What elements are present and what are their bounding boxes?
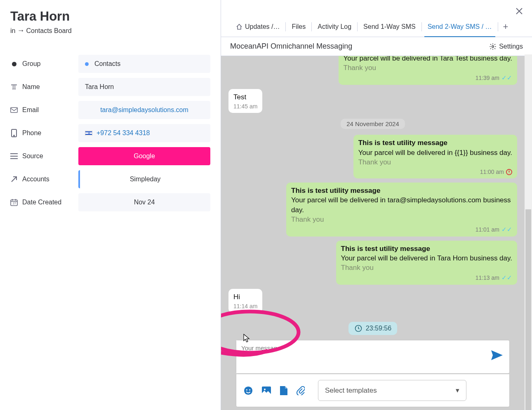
email-value[interactable]: tara@simpledaysolutions.com — [78, 101, 210, 119]
close-button[interactable] — [513, 5, 525, 17]
flag-israel-icon: ✡ — [85, 131, 92, 136]
message-outgoing: This is test utility message Your parcel… — [286, 183, 517, 237]
message-composer — [236, 340, 510, 374]
source-label: Source — [22, 152, 43, 160]
svg-point-9 — [244, 387, 252, 395]
email-label: Email — [22, 106, 39, 114]
attachment-icon[interactable] — [297, 386, 305, 395]
svg-point-10 — [246, 389, 247, 391]
outer-scrollbar[interactable] — [525, 54, 532, 410]
field-group: Group Contacts — [10, 55, 210, 73]
emoji-icon[interactable] — [244, 386, 253, 395]
double-check-icon: ✓✓ — [501, 225, 512, 234]
field-date-created: 27 Date Created Nov 24 — [10, 193, 210, 211]
file-icon[interactable] — [280, 386, 287, 395]
group-label: Group — [22, 60, 40, 68]
arrow-right-icon: → — [17, 26, 24, 35]
svg-point-11 — [249, 389, 250, 391]
svg-text:27: 27 — [13, 202, 16, 205]
page-title: Tara Horn — [10, 9, 210, 24]
phone-value[interactable]: ✡ +972 54 334 4318 — [78, 124, 210, 142]
field-source: Source Google — [10, 147, 210, 165]
message-time: 11:45 am — [233, 103, 257, 110]
svg-point-13 — [264, 389, 266, 390]
message-input[interactable] — [236, 340, 491, 373]
message-time: 11:14 am — [233, 302, 257, 310]
name-value[interactable]: Tara Horn — [78, 78, 210, 96]
menu-icon — [10, 152, 18, 160]
image-icon[interactable] — [262, 387, 271, 395]
date-created-value[interactable]: Nov 24 — [78, 193, 210, 211]
tab-send-2way-sms[interactable]: Send 2-Way SMS / … — [422, 16, 498, 37]
message-outgoing: This is test utility message Your parcel… — [336, 241, 517, 285]
clock-icon — [354, 324, 363, 333]
add-tab-button[interactable]: + — [498, 21, 513, 32]
group-dot-icon — [10, 60, 18, 68]
conversation-panel: Updates /… Files Activity Log Send 1-Way… — [221, 0, 532, 410]
breadcrumb[interactable]: in → Contacts Board — [10, 26, 210, 35]
name-label: Name — [22, 83, 40, 91]
date-created-label: Date Created — [22, 199, 61, 206]
tab-send-1way-sms[interactable]: Send 1-Way SMS — [358, 16, 421, 37]
composer-toolbar: Select templates ▾ — [236, 374, 510, 407]
date-separator: 24 November 2024 — [228, 119, 517, 129]
message-incoming: Hi 11:14 am — [228, 289, 262, 313]
field-accounts: Accounts Simpleday — [10, 170, 210, 188]
message-time: 11:13 am — [476, 274, 499, 282]
arrow-up-right-icon — [10, 176, 18, 183]
svg-rect-0 — [11, 108, 18, 112]
message-time: 11:39 am — [476, 74, 499, 82]
tab-updates[interactable]: Updates /… — [230, 16, 285, 37]
accounts-value[interactable]: Simpleday — [78, 170, 210, 188]
status-dot-icon — [85, 62, 89, 66]
gear-icon — [489, 43, 497, 50]
send-button[interactable] — [491, 340, 509, 360]
text-icon — [10, 83, 18, 91]
message-outgoing: This is test utility message Your parcel… — [353, 135, 517, 178]
contact-details-panel: Tara Horn in → Contacts Board Group Cont… — [0, 0, 221, 410]
double-check-icon: ✓✓ — [501, 74, 512, 82]
field-name: Name Tara Horn — [10, 78, 210, 96]
home-icon — [236, 23, 242, 30]
double-check-icon: ✓✓ — [501, 274, 512, 282]
settings-button[interactable]: Settings — [489, 43, 523, 50]
template-select[interactable]: Select templates ▾ — [318, 380, 466, 401]
phone-label: Phone — [22, 129, 41, 137]
group-value[interactable]: Contacts — [78, 55, 210, 73]
breadcrumb-prefix: in — [10, 27, 15, 35]
integration-header: MoceanAPI Omnichannel Messaging Settings — [221, 37, 532, 56]
field-email: Email tara@simpledaysolutions.com — [10, 101, 210, 119]
svg-point-2 — [14, 135, 14, 136]
tabs: Updates /… Files Activity Log Send 1-Way… — [221, 16, 532, 37]
breadcrumb-target: Contacts Board — [26, 27, 71, 35]
chat-container: Your parcel will be delivered in Tara Te… — [221, 56, 532, 410]
mail-icon — [10, 106, 18, 114]
accounts-label: Accounts — [22, 176, 49, 183]
error-icon — [506, 169, 512, 175]
session-timer: 23:59:56 — [228, 322, 517, 335]
chevron-down-icon: ▾ — [456, 386, 459, 395]
message-time: 11:01 am — [476, 226, 499, 234]
integration-title: MoceanAPI Omnichannel Messaging — [230, 42, 352, 51]
message-time: 11:00 am — [480, 168, 504, 176]
scrollbar-thumb[interactable] — [525, 209, 531, 410]
calendar-icon: 27 — [10, 199, 18, 206]
field-phone: Phone ✡ +972 54 334 4318 — [10, 124, 210, 142]
message-outgoing: Your parcel will be delivered in Tara Te… — [339, 56, 518, 85]
svg-point-5 — [492, 45, 494, 47]
message-incoming: Test 11:45 am — [228, 89, 262, 113]
tab-files[interactable]: Files — [286, 16, 311, 37]
source-value[interactable]: Google — [78, 147, 210, 165]
tab-activity-log[interactable]: Activity Log — [312, 16, 357, 37]
chat-scroll[interactable]: Your parcel will be delivered in Tara Te… — [221, 56, 525, 410]
phone-icon — [10, 129, 18, 137]
